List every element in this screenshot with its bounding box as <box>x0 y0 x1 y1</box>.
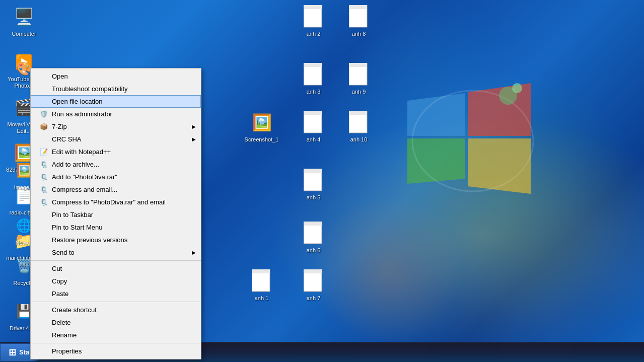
ctx-rename-label: Rename <box>52 331 77 339</box>
svg-rect-22 <box>304 269 322 273</box>
ctx-crc-sha-label: CRC SHA <box>52 135 82 143</box>
ctx-restore-versions-label: Restore previous versions <box>52 236 127 244</box>
send-to-submenu-arrow: ▶ <box>192 250 196 255</box>
anh2-label: anh 2 <box>307 31 321 37</box>
anh5-icon <box>302 168 326 192</box>
ctx-pin-start-label: Pin to Start Menu <box>52 224 102 231</box>
ctx-copy-label: Copy <box>52 277 67 285</box>
ctx-pin-taskbar-label: Pin to Taskbar <box>52 211 93 219</box>
shield-icon: 🛡️ <box>39 110 49 118</box>
ctx-pin-start[interactable]: Pin to Start Menu <box>31 221 201 234</box>
ctx-crc-sha[interactable]: CRC SHA ▶ <box>31 133 201 146</box>
svg-rect-8 <box>304 63 322 67</box>
ctx-add-rar[interactable]: 🗜️ Add to "PhotoDiva.rar" <box>31 171 201 183</box>
svg-rect-10 <box>349 63 367 67</box>
ctx-run-as-admin-label: Run as administrator <box>52 110 112 118</box>
compress-email-icon: 🗜️ <box>39 186 49 193</box>
add-archive-icon: 🗜️ <box>39 161 49 168</box>
ctx-restore-versions[interactable]: Restore previous versions <box>31 234 201 246</box>
ctx-edit-notepad-label: Edit with Notepad++ <box>52 148 111 156</box>
anh10-label: anh 10 <box>350 136 368 143</box>
ctx-open-file-location[interactable]: Open file location <box>31 95 201 108</box>
computer-icon: 🖥️ <box>12 5 36 29</box>
desktop-icon-anh8[interactable]: anh 8 <box>337 3 380 39</box>
ctx-open-label: Open <box>52 73 68 80</box>
ctx-cut[interactable]: Cut <box>31 262 201 275</box>
ctx-open-file-location-label: Open file location <box>52 98 102 105</box>
anh6-label: anh 6 <box>307 247 321 254</box>
desktop-icon-anh7[interactable]: anh 7 <box>292 267 335 304</box>
7zip-icon: 📦 <box>39 123 49 130</box>
desktop-icon-anh9[interactable]: anh 9 <box>337 60 380 97</box>
anh7-label: anh 7 <box>307 295 321 302</box>
ctx-copy[interactable]: Copy <box>31 275 201 287</box>
ctx-send-to[interactable]: Send to ▶ <box>31 246 201 259</box>
anh3-icon <box>302 62 326 87</box>
ctx-properties-label: Properties <box>52 347 82 355</box>
desktop-icon-anh5[interactable]: anh 5 <box>292 166 335 203</box>
ctx-add-archive[interactable]: 🗜️ Add to archive... <box>31 158 201 171</box>
desktop-icon-anh2[interactable]: anh 2 <box>292 3 335 39</box>
screenshot1-label: Screenshot_1 <box>245 136 279 143</box>
desktop-icon-computer[interactable]: 🖥️ Computer <box>3 3 45 39</box>
desktop-icon-anh1[interactable]: anh 1 <box>240 267 283 304</box>
ctx-compress-rar-email-label: Compress to "PhotoDiva.rar" and email <box>52 198 166 206</box>
anh9-label: anh 9 <box>352 89 366 95</box>
svg-rect-4 <box>304 5 322 9</box>
ctx-edit-notepad[interactable]: 📝 Edit with Notepad++ <box>31 146 201 158</box>
anh8-icon <box>347 5 371 29</box>
separator-1 <box>31 260 201 261</box>
ctx-compress-rar-email[interactable]: 🗜️ Compress to "PhotoDiva.rar" and email <box>31 196 201 208</box>
svg-rect-6 <box>349 5 367 9</box>
context-menu: Open Troubleshoot compatibility Open fil… <box>30 68 201 359</box>
ctx-add-archive-label: Add to archive... <box>52 161 99 168</box>
anh7-icon <box>302 269 326 293</box>
ctx-cut-label: Cut <box>52 265 62 272</box>
compress-rar-email-icon: 🗜️ <box>39 199 49 206</box>
ctx-7zip-label: 7-Zip <box>52 123 67 130</box>
ctx-open[interactable]: Open <box>31 70 201 83</box>
ctx-properties[interactable]: Properties <box>31 345 201 357</box>
ctx-compress-email[interactable]: 🗜️ Compress and email... <box>31 183 201 196</box>
ctx-compress-email-label: Compress and email... <box>52 186 117 193</box>
desktop-icon-anh4[interactable]: anh 4 <box>292 108 335 145</box>
crc-sha-submenu-arrow: ▶ <box>192 136 196 142</box>
anh10-icon <box>347 110 371 134</box>
ctx-create-shortcut-label: Create shortcut <box>52 306 97 314</box>
7zip-submenu-arrow: ▶ <box>192 124 196 129</box>
anh4-icon <box>302 110 326 134</box>
svg-rect-16 <box>304 169 322 173</box>
ctx-7zip[interactable]: 📦 7-Zip ▶ <box>31 120 201 133</box>
start-orb: ⊞ <box>9 347 16 358</box>
separator-2 <box>31 302 201 302</box>
anh3-label: anh 3 <box>307 89 321 95</box>
ctx-delete[interactable]: Delete <box>31 316 201 329</box>
ctx-send-to-label: Send to <box>52 249 75 256</box>
ctx-troubleshoot[interactable]: Troubleshoot compatibility <box>31 83 201 95</box>
desktop-icon-screenshot1[interactable]: 🖼️ Screenshot_1 <box>240 108 283 145</box>
ctx-run-as-admin[interactable]: 🛡️ Run as administrator <box>31 108 201 120</box>
desktop-icon-anh6[interactable]: anh 6 <box>292 219 335 256</box>
screenshot1-icon: 🖼️ <box>250 110 274 134</box>
notepad-icon: 📝 <box>39 148 49 156</box>
ctx-delete-label: Delete <box>52 319 71 326</box>
svg-rect-20 <box>252 269 270 273</box>
anh5-label: anh 5 <box>307 194 321 201</box>
anh8-label: anh 8 <box>352 31 366 37</box>
ctx-pin-taskbar[interactable]: Pin to Taskbar <box>31 208 201 221</box>
ctx-rename[interactable]: Rename <box>31 329 201 341</box>
ctx-troubleshoot-label: Troubleshoot compatibility <box>52 85 128 93</box>
anh2-icon <box>302 5 326 29</box>
svg-rect-12 <box>304 111 322 115</box>
anh4-label: anh 4 <box>307 136 321 143</box>
anh6-icon <box>302 221 326 245</box>
ctx-paste[interactable]: Paste <box>31 287 201 300</box>
ctx-add-rar-label: Add to "PhotoDiva.rar" <box>52 173 117 181</box>
anh1-icon <box>250 269 274 293</box>
desktop-icon-anh10[interactable]: anh 10 <box>337 108 380 145</box>
anh9-icon <box>347 62 371 87</box>
separator-3 <box>31 343 201 343</box>
desktop-icon-anh3[interactable]: anh 3 <box>292 60 335 97</box>
svg-rect-14 <box>349 111 367 115</box>
ctx-create-shortcut[interactable]: Create shortcut <box>31 304 201 316</box>
